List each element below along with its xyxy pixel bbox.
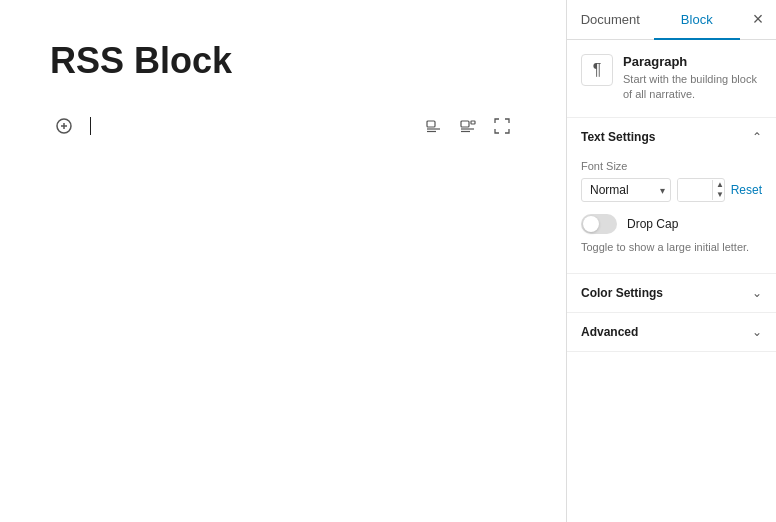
toggle-knob <box>583 216 599 232</box>
editor-title: RSS Block <box>50 40 516 82</box>
font-size-select-wrapper: Normal Small Medium Large Huge ▾ <box>581 178 671 202</box>
block-icon: ¶ <box>581 54 613 86</box>
color-settings-title: Color Settings <box>581 286 663 300</box>
close-sidebar-button[interactable]: × <box>740 2 776 38</box>
color-settings-chevron: ⌄ <box>752 286 762 300</box>
advanced-chevron: ⌄ <box>752 325 762 339</box>
drop-cap-row: Drop Cap <box>581 214 762 234</box>
advanced-header[interactable]: Advanced ⌄ <box>567 313 776 351</box>
text-settings-chevron: ⌃ <box>752 130 762 144</box>
editor-toolbar <box>50 112 516 140</box>
text-cursor <box>90 117 91 135</box>
toolbar-right <box>420 112 516 140</box>
image-align-left-button[interactable] <box>420 112 448 140</box>
editor-area: RSS Block <box>0 0 566 522</box>
svg-rect-6 <box>461 121 469 127</box>
sidebar-tabs: Document Block × <box>567 0 776 40</box>
add-block-button[interactable] <box>50 112 78 140</box>
advanced-section: Advanced ⌄ <box>567 313 776 352</box>
tab-block[interactable]: Block <box>654 0 741 39</box>
color-settings-section: Color Settings ⌄ <box>567 274 776 313</box>
drop-cap-label: Drop Cap <box>627 217 678 231</box>
text-settings-content: Font Size Normal Small Medium Large Huge… <box>567 156 776 273</box>
text-settings-header[interactable]: Text Settings ⌃ <box>567 118 776 156</box>
svg-rect-3 <box>427 121 435 127</box>
font-size-number-input[interactable] <box>678 179 712 201</box>
drop-cap-toggle[interactable] <box>581 214 617 234</box>
font-size-label: Font Size <box>581 160 762 172</box>
block-title: Paragraph <box>623 54 762 69</box>
text-settings-section: Text Settings ⌃ Font Size Normal Small M… <box>567 118 776 274</box>
fullscreen-button[interactable] <box>488 112 516 140</box>
spinner-up-button[interactable]: ▲ <box>713 180 725 190</box>
image-align-right-button[interactable] <box>454 112 482 140</box>
font-size-row: Normal Small Medium Large Huge ▾ ▲ ▼ Re <box>581 178 762 202</box>
font-size-reset-button[interactable]: Reset <box>731 179 762 201</box>
text-settings-title: Text Settings <box>581 130 655 144</box>
advanced-title: Advanced <box>581 325 638 339</box>
block-description: Start with the building block of all nar… <box>623 72 762 103</box>
font-size-number-wrapper: ▲ ▼ <box>677 178 725 202</box>
block-text: Paragraph Start with the building block … <box>623 54 762 103</box>
number-spinners: ▲ ▼ <box>712 180 725 200</box>
spinner-down-button[interactable]: ▼ <box>713 190 725 200</box>
sidebar: Document Block × ¶ Paragraph Start with … <box>566 0 776 522</box>
font-size-select[interactable]: Normal Small Medium Large Huge <box>581 178 671 202</box>
svg-rect-7 <box>471 121 475 124</box>
drop-cap-description: Toggle to show a large initial letter. <box>581 240 762 255</box>
block-info: ¶ Paragraph Start with the building bloc… <box>567 40 776 118</box>
color-settings-header[interactable]: Color Settings ⌄ <box>567 274 776 312</box>
tab-document[interactable]: Document <box>567 0 654 39</box>
